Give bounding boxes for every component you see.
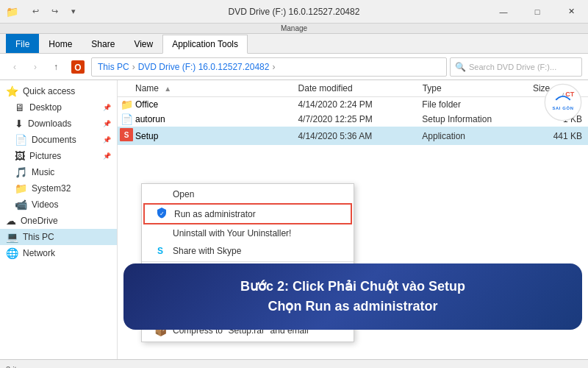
sidebar-label-network: Network <box>23 248 55 258</box>
forward-button[interactable]: › <box>26 58 44 76</box>
tab-view[interactable]: View <box>124 34 162 53</box>
pin-icon-downloads: 📌 <box>103 120 111 127</box>
music-icon: 🎵 <box>15 166 27 178</box>
file-list-header: Name ▲ Date modified Type Size <box>118 80 588 97</box>
col-header-date[interactable]: Date modified <box>298 83 423 93</box>
pictures-icon: 🖼 <box>15 150 25 162</box>
sidebar-item-downloads[interactable]: ⬇ Downloads 📌 <box>0 116 117 132</box>
title-bar: 📁 ↩ ↪ ▾ DVD Drive (F:) 16.0.12527.20482 … <box>0 0 588 24</box>
undo-button[interactable]: ↩ <box>26 3 44 21</box>
shield-icon: ✓ <box>155 207 168 221</box>
videos-icon: 📹 <box>15 199 27 210</box>
ribbon: File Home Share View Application Tools <box>0 34 588 54</box>
svg-text:✓: ✓ <box>159 210 165 217</box>
redo-button[interactable]: ↪ <box>46 3 63 21</box>
star-icon: ⭐ <box>6 85 18 97</box>
sidebar-item-documents[interactable]: 📄 Documents 📌 <box>0 132 117 148</box>
sidebar-item-desktop[interactable]: 🖥 Desktop 📌 <box>0 99 117 116</box>
network-icon: 🌐 <box>6 247 18 259</box>
close-button[interactable]: ✕ <box>554 0 588 24</box>
ctx-run-as-admin[interactable]: ✓ Run as administrator <box>143 203 352 224</box>
sidebar-item-quick-access[interactable]: ⭐ Quick access <box>0 83 117 99</box>
search-placeholder: Search DVD Drive (F:)... <box>469 63 556 71</box>
this-pc-icon: 💻 <box>6 231 18 243</box>
table-row[interactable]: S Setup 4/14/2020 5:36 AM Application 44… <box>118 127 588 145</box>
tab-home[interactable]: Home <box>39 34 82 53</box>
title-bar-left: 📁 ↩ ↪ ▾ <box>0 0 85 23</box>
sidebar-label-this-pc: This PC <box>23 232 54 242</box>
window-controls: — □ ✕ <box>487 0 588 24</box>
svg-text:O: O <box>74 63 81 73</box>
sidebar-label-onedrive: OneDrive <box>21 216 58 226</box>
application-icon: S <box>118 128 135 144</box>
tab-application-tools[interactable]: Application Tools <box>162 35 248 54</box>
ctx-share-skype[interactable]: S Share with Skype <box>142 242 354 260</box>
system32-icon: 📁 <box>15 183 27 194</box>
file-name: Setup <box>135 131 298 141</box>
overlay-banner: Bước 2: Click Phải Chuột vào Setup Chọn … <box>123 263 582 330</box>
address-bar[interactable]: This PC › DVD Drive (F:) 16.0.12527.2048… <box>91 57 447 77</box>
downloads-icon: ⬇ <box>15 118 24 130</box>
sidebar-label-downloads: Downloads <box>28 118 71 129</box>
folder-icon: 📁 <box>0 0 24 24</box>
onedrive-icon: ☁ <box>6 215 16 227</box>
pin-icon: 📌 <box>103 104 111 111</box>
file-type: Application <box>422 131 532 141</box>
office-icon: O <box>68 58 88 76</box>
sidebar-label-music: Music <box>32 167 54 177</box>
dvd-drive-link[interactable]: DVD Drive (F:) 16.0.12527.20482 <box>138 62 270 72</box>
sidebar-label-quick-access: Quick access <box>23 86 75 96</box>
file-date: 4/14/2020 2:24 PM <box>298 99 422 110</box>
pin-icon-pictures: 📌 <box>103 152 111 160</box>
sidebar-label-system32: System32 <box>32 183 71 194</box>
this-pc-link[interactable]: This PC <box>98 62 129 72</box>
sidebar-label-pictures: Pictures <box>29 151 61 161</box>
sidebar-item-pictures[interactable]: 🖼 Pictures 📌 <box>0 148 117 164</box>
ribbon-tabs: File Home Share View Application Tools <box>0 34 588 53</box>
sidebar-item-system32[interactable]: 📁 System32 <box>0 180 117 197</box>
maximize-button[interactable]: □ <box>520 0 554 24</box>
desktop-icon: 🖥 <box>15 102 25 113</box>
svg-point-5 <box>545 84 581 120</box>
sidebar-item-music[interactable]: 🎵 Music <box>0 164 117 180</box>
sidebar-item-onedrive[interactable]: ☁ OneDrive <box>0 213 117 229</box>
status-text: 3 items <box>6 365 32 369</box>
tab-file[interactable]: File <box>6 34 39 53</box>
sidebar-label-desktop: Desktop <box>29 102 62 113</box>
down-arrow-button[interactable]: ▾ <box>65 3 82 21</box>
svg-text:S: S <box>124 131 129 139</box>
window-title: DVD Drive (F:) 16.0.12527.20482 <box>229 7 360 17</box>
sidebar-item-videos[interactable]: 📹 Videos <box>0 197 117 213</box>
file-date: 4/7/2020 12:25 PM <box>298 114 422 124</box>
file-type: File folder <box>422 99 532 110</box>
up-button[interactable]: ↑ <box>47 58 65 76</box>
sidebar-label-videos: Videos <box>32 199 58 210</box>
documents-icon: 📄 <box>15 134 27 146</box>
overlay-line1: Bước 2: Click Phải Chuột vào Setup <box>141 277 564 297</box>
tab-share[interactable]: Share <box>82 34 124 53</box>
ctx-open[interactable]: Open <box>142 185 354 203</box>
file-name: Office <box>135 99 298 110</box>
skype-icon: S <box>154 246 167 256</box>
file-size: 441 KB <box>532 131 588 141</box>
sidebar-item-this-pc[interactable]: 💻 This PC <box>0 229 117 245</box>
back-button[interactable]: ‹ <box>6 58 24 76</box>
table-row[interactable]: 📄 autorun 4/7/2020 12:25 PM Setup Inform… <box>118 112 588 127</box>
quick-access-toolbar: ↩ ↪ ▾ <box>24 3 85 21</box>
search-icon: 🔍 <box>455 62 466 72</box>
table-row[interactable]: 📁 Office 4/14/2020 2:24 PM File folder <box>118 97 588 112</box>
search-box[interactable]: 🔍 Search DVD Drive (F:)... <box>450 57 582 77</box>
col-header-name[interactable]: Name ▲ <box>118 83 298 93</box>
manage-banner: Manage <box>0 24 588 34</box>
sidebar-item-network[interactable]: 🌐 Network <box>0 245 117 261</box>
col-header-type[interactable]: Type <box>423 83 533 93</box>
sidebar: ⭐ Quick access 🖥 Desktop 📌 ⬇ Downloads 📌… <box>0 80 118 359</box>
main-area: ⭐ Quick access 🖥 Desktop 📌 ⬇ Downloads 📌… <box>0 80 588 359</box>
file-date: 4/14/2020 5:36 AM <box>298 131 422 141</box>
ctx-uninstall[interactable]: Uninstall with Your Uninstaller! <box>142 224 354 242</box>
overlay-line2: Chọn Run as administrator <box>141 297 564 316</box>
minimize-button[interactable]: — <box>487 0 520 24</box>
file-type: Setup Information <box>422 114 532 124</box>
setup-info-icon: 📄 <box>118 113 135 125</box>
address-bar-area: ‹ › ↑ O This PC › DVD Drive (F:) 16.0.12… <box>0 54 588 80</box>
